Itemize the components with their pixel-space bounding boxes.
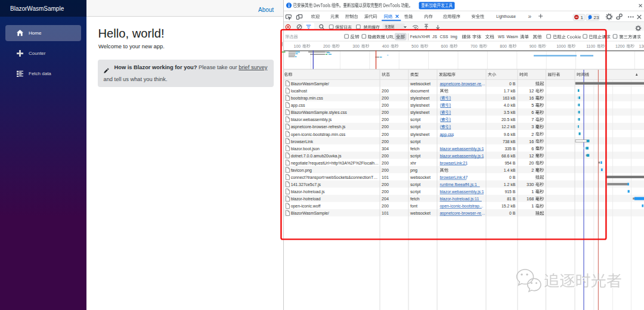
svg-text:204: 204 (382, 196, 389, 202)
svg-text:1.7 kB: 1.7 kB (504, 89, 516, 93)
svg-text:3.5 kB: 3.5 kB (504, 110, 516, 114)
svg-text:954 B: 954 B (504, 161, 515, 165)
svg-text:script: script (410, 139, 420, 144)
svg-text:script: script (410, 153, 420, 159)
svg-text:101: 101 (382, 175, 389, 180)
svg-text:Lighthouse: Lighthouse (496, 14, 516, 19)
svg-text:20.5 kB: 20.5 kB (501, 117, 516, 122)
svg-text:png: png (410, 168, 417, 173)
svg-text:900: 900 (530, 44, 537, 48)
svg-text:favicon.png: favicon.png (291, 168, 312, 173)
svg-text:CSS: CSS (440, 35, 448, 39)
svg-text:blazor.webassembly.js:1: blazor.webassembly.js:1 (440, 147, 484, 151)
svg-text:blazor-hotreload.js: blazor-hotreload.js (291, 190, 325, 194)
svg-text:330: 330 (527, 182, 534, 187)
svg-text:script: script (410, 189, 420, 194)
svg-text:1: 1 (531, 203, 534, 209)
svg-text:300: 300 (352, 44, 360, 48)
svg-text:81 B: 81 B (507, 197, 516, 201)
svg-text:app.css: app.css (440, 132, 454, 137)
svg-text:1: 1 (531, 189, 534, 194)
svg-text:localhost: localhost (291, 89, 307, 93)
svg-text:101: 101 (382, 210, 389, 216)
svg-text:browserLink:21: browserLink:21 (440, 161, 468, 165)
svg-text:200: 200 (382, 132, 389, 137)
svg-text:200: 200 (382, 189, 389, 194)
svg-text:connect?transport=webSockets&c: connect?transport=webSockets&connectionT… (291, 175, 377, 180)
svg-text:200: 200 (323, 44, 330, 48)
svg-text:open-iconic-bootstrap.min.css: open-iconic-bootstrap.min.css (291, 132, 346, 137)
svg-text:BlazorWasmSample/: BlazorWasmSample/ (291, 211, 329, 216)
svg-text:400: 400 (382, 44, 389, 48)
svg-text:1200: 1200 (615, 44, 625, 48)
svg-text:fetch: fetch (410, 146, 420, 151)
svg-text:blazor-hotreload: blazor-hotreload (291, 197, 321, 201)
svg-text:fetch: fetch (410, 196, 420, 202)
svg-text:1: 1 (580, 15, 583, 20)
svg-text:168: 168 (527, 196, 534, 202)
svg-text:800: 800 (500, 44, 507, 48)
svg-text:browserLink:47: browserLink:47 (440, 175, 468, 179)
svg-text:0 B: 0 B (509, 175, 516, 179)
svg-text:12.2 kB: 12.2 kB (501, 125, 516, 129)
svg-text:335 B: 335 B (504, 147, 515, 151)
svg-text:dotnet.7.0.0.amub20uvka.js: dotnet.7.0.0.amub20uvka.js (291, 154, 342, 159)
svg-text:200: 200 (382, 117, 389, 122)
svg-text:document: document (410, 88, 429, 94)
svg-text:600: 600 (441, 44, 448, 48)
svg-text:4.0 kB: 4.0 kB (504, 103, 516, 107)
svg-text:2: 2 (531, 132, 534, 137)
svg-text:runtime.fbeeaff4.js:1: runtime.fbeeaff4.js:1 (440, 182, 477, 187)
svg-text:304: 304 (382, 146, 389, 151)
svg-text:Fetch/XHR: Fetch/XHR (410, 35, 430, 39)
svg-text:2: 2 (531, 168, 534, 173)
svg-text:200: 200 (382, 88, 389, 94)
svg-text:aspnetcore-browser-refresh.js: aspnetcore-browser-refresh.js (291, 125, 346, 129)
svg-text:200: 200 (382, 95, 389, 101)
svg-text:stylesheet: stylesheet (410, 103, 429, 108)
svg-text:browserLink: browserLink (291, 140, 314, 144)
svg-text:Wasm: Wasm (507, 35, 518, 39)
svg-text:script: script (410, 124, 420, 129)
svg-text:200: 200 (382, 103, 389, 108)
svg-text:0 B: 0 B (509, 82, 516, 86)
svg-text:163 kB: 163 kB (503, 96, 516, 100)
svg-text:738 kB: 738 kB (503, 140, 516, 144)
svg-text:»: » (528, 13, 532, 20)
svg-text:WS: WS (498, 35, 504, 39)
svg-text:1.2 kB: 1.2 kB (504, 182, 516, 187)
svg-text:200: 200 (382, 139, 389, 144)
svg-text:16: 16 (529, 95, 534, 101)
svg-text:open-iconic.woff: open-iconic.woff (291, 204, 321, 209)
svg-text:200: 200 (382, 203, 389, 209)
svg-text:stylesheet: stylesheet (410, 132, 429, 137)
svg-text:font: font (410, 203, 417, 209)
svg-text:141.327ce5c7.js: 141.327ce5c7.js (291, 182, 321, 187)
svg-text:16: 16 (529, 139, 534, 144)
svg-text:app.css: app.css (291, 103, 305, 108)
svg-text:websocket: websocket (410, 175, 431, 180)
svg-text:1300: 1300 (639, 44, 644, 48)
svg-text:200: 200 (382, 153, 389, 159)
svg-text:websocket: websocket (410, 81, 431, 86)
svg-text:20: 20 (529, 160, 534, 166)
svg-text:12: 12 (529, 88, 534, 94)
svg-text:1.4 kB: 1.4 kB (504, 168, 516, 172)
svg-text:68.6 kB: 68.6 kB (501, 154, 516, 158)
svg-text:3: 3 (531, 124, 534, 129)
svg-text:5: 5 (531, 103, 534, 108)
svg-text:200: 200 (382, 160, 389, 166)
svg-text:7: 7 (531, 117, 534, 122)
svg-text:websocket: websocket (410, 210, 431, 216)
svg-text:script: script (410, 182, 420, 187)
svg-text:100: 100 (294, 44, 301, 48)
svg-text:700: 700 (470, 44, 478, 48)
svg-text:1100: 1100 (586, 44, 595, 48)
svg-text:open-iconic-bootstrap…: open-iconic-bootstrap… (440, 204, 484, 209)
svg-text:BlazorWasmSample/: BlazorWasmSample/ (291, 82, 329, 86)
svg-text:200: 200 (382, 124, 389, 129)
svg-text:script: script (410, 117, 420, 122)
svg-text:9.6 kB: 9.6 kB (504, 132, 516, 137)
svg-text:15.2 kB: 15.2 kB (501, 204, 516, 208)
svg-text:stylesheet: stylesheet (410, 110, 429, 115)
